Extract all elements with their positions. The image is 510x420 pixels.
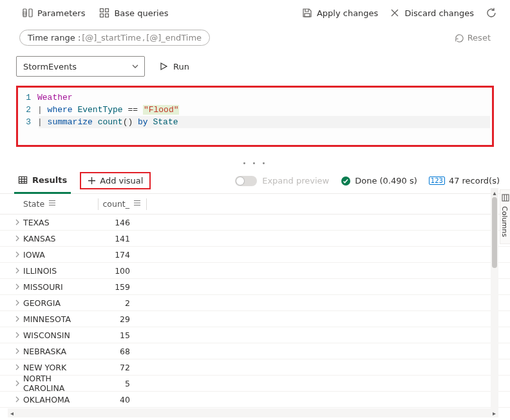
expand-row-icon[interactable] — [14, 266, 23, 276]
table-row[interactable]: GEORGIA2 — [0, 295, 510, 311]
chevron-down-icon — [131, 62, 139, 70]
svg-text:@: @ — [23, 10, 28, 16]
svg-rect-4 — [106, 9, 109, 12]
results-grid: TEXAS146KANSAS141IOWA174ILLINOIS100MISSO… — [0, 215, 510, 418]
cell-state: WISCONSIN — [23, 330, 94, 340]
table-row[interactable]: TEXAS146 — [0, 215, 510, 231]
table-row[interactable]: WISCONSIN15 — [0, 327, 510, 343]
cell-count: 174 — [94, 250, 134, 260]
svg-rect-10 — [502, 195, 509, 201]
table-row[interactable]: KANSAS141 — [0, 231, 510, 247]
table-row[interactable]: OKLAHOMA40 — [0, 392, 510, 408]
cell-state: MISSOURI — [23, 282, 94, 292]
vertical-scrollbar[interactable]: ▴ ▾ — [491, 188, 498, 417]
record-count: 123 47 record(s) — [429, 176, 500, 186]
table-row[interactable]: MISSOURI159 — [0, 279, 510, 295]
timerange-start: [@]_startTime — [82, 33, 141, 43]
expand-row-icon[interactable] — [14, 314, 23, 324]
svg-rect-8 — [19, 177, 26, 183]
horizontal-scrollbar[interactable]: ◂ ▸ — [8, 408, 498, 417]
table-row[interactable]: MINNESOTA29 — [0, 311, 510, 327]
records-icon: 123 — [429, 177, 445, 185]
cell-state: TEXAS — [23, 218, 94, 227]
cell-state: ILLINOIS — [23, 266, 94, 276]
expand-row-icon[interactable] — [14, 250, 23, 260]
play-icon — [159, 62, 168, 71]
resize-handle[interactable]: • • • — [0, 147, 510, 168]
top-toolbar: @ Parameters Base queries Apply changes … — [0, 0, 510, 26]
scroll-up-icon[interactable]: ▴ — [491, 188, 498, 197]
expand-preview-toggle[interactable] — [235, 176, 257, 186]
columns-panel-label: Columns — [500, 206, 509, 237]
record-count-label: 47 record(s) — [449, 176, 500, 186]
cell-count: 72 — [94, 363, 134, 372]
reset-button[interactable]: Reset — [454, 33, 491, 43]
tab-results[interactable]: Results — [14, 168, 71, 194]
run-button[interactable]: Run — [154, 59, 194, 74]
discard-changes-button[interactable]: Discard changes — [390, 8, 474, 18]
column-menu-count[interactable] — [133, 199, 141, 209]
expand-row-icon[interactable] — [14, 298, 23, 308]
results-tabs-row: Results Add visual Expand preview Done (… — [0, 168, 510, 194]
status-done-label: Done (0.490 s) — [355, 176, 417, 186]
refresh-button[interactable] — [486, 7, 497, 19]
code-line[interactable]: Weather — [37, 91, 73, 104]
column-header-state-label: State — [23, 199, 44, 209]
table-row[interactable]: NEBRASKA68 — [0, 343, 510, 359]
scroll-right-icon[interactable]: ▸ — [490, 410, 498, 417]
svg-rect-6 — [106, 14, 109, 17]
cell-count: 40 — [94, 395, 134, 405]
cell-state: NEBRASKA — [23, 347, 94, 356]
reset-label: Reset — [468, 33, 491, 43]
column-header-state[interactable]: State — [23, 199, 94, 209]
apply-changes-button[interactable]: Apply changes — [302, 8, 378, 18]
close-icon — [390, 8, 400, 18]
cell-state: MINNESOTA — [23, 314, 94, 324]
column-header-count[interactable]: count_ — [102, 199, 142, 209]
status-done: Done (0.490 s) — [341, 176, 417, 186]
source-select[interactable]: StormEvents — [16, 56, 145, 77]
svg-rect-1 — [29, 9, 32, 17]
scroll-left-icon[interactable]: ◂ — [8, 410, 16, 417]
base-queries-icon — [99, 8, 109, 18]
columns-panel-tab[interactable]: Columns — [500, 189, 510, 244]
add-visual-label: Add visual — [100, 176, 143, 186]
cell-state: NORTH CAROLINA — [23, 374, 94, 393]
cell-state: NEW YORK — [23, 363, 94, 372]
add-visual-button[interactable]: Add visual — [80, 172, 151, 189]
table-row[interactable]: IOWA174 — [0, 247, 510, 263]
svg-rect-7 — [305, 14, 310, 17]
query-editor[interactable]: 1Weather2| where EventType == "Flood"3| … — [16, 86, 494, 147]
timerange-prefix: Time range : — [28, 33, 80, 43]
timerange-pill[interactable]: Time range : [@]_startTime , [@]_endTime — [19, 30, 210, 46]
plus-icon — [88, 177, 96, 185]
discard-changes-label: Discard changes — [404, 8, 474, 18]
table-row[interactable]: ILLINOIS100 — [0, 263, 510, 279]
expand-row-icon[interactable] — [14, 363, 23, 372]
base-queries-button[interactable]: Base queries — [99, 8, 168, 18]
expand-row-icon[interactable] — [14, 330, 23, 340]
column-menu-state[interactable] — [48, 199, 56, 209]
cell-count: 146 — [94, 218, 134, 227]
expand-row-icon[interactable] — [14, 395, 23, 405]
expand-row-icon[interactable] — [14, 379, 23, 388]
expand-preview-label: Expand preview — [262, 176, 329, 186]
expand-row-icon[interactable] — [14, 234, 23, 243]
check-circle-icon — [341, 176, 351, 186]
table-row[interactable]: NORTH CAROLINA5 — [0, 376, 510, 392]
code-line[interactable]: | summarize count() by State — [37, 116, 178, 128]
expand-row-icon[interactable] — [14, 218, 23, 227]
cell-count: 141 — [94, 234, 134, 243]
code-line[interactable]: | where EventType == "Flood" — [37, 104, 179, 116]
line-number: 3 — [18, 116, 37, 128]
timerange-end: [@]_endTime — [146, 33, 202, 43]
expand-row-icon[interactable] — [14, 347, 23, 356]
parameters-button[interactable]: @ Parameters — [23, 8, 85, 18]
expand-row-icon[interactable] — [14, 282, 23, 292]
svg-rect-5 — [100, 14, 104, 17]
cell-count: 2 — [94, 298, 134, 308]
cell-state: KANSAS — [23, 234, 94, 243]
cell-count: 68 — [94, 347, 134, 356]
table-icon — [18, 175, 28, 185]
cell-count: 5 — [94, 379, 134, 388]
